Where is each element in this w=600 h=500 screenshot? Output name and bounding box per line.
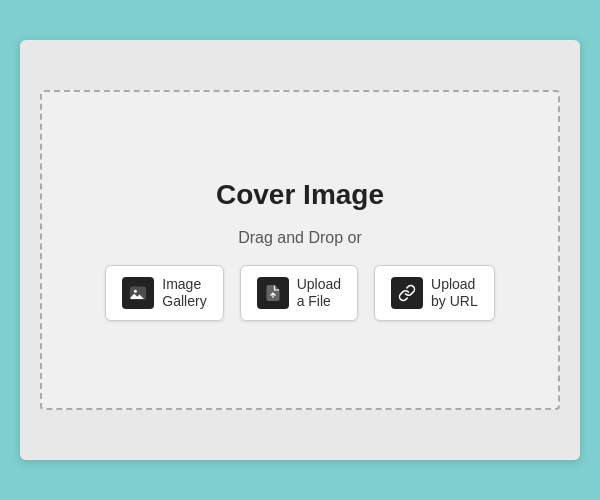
upload-url-icon bbox=[391, 277, 423, 309]
upload-file-icon bbox=[257, 277, 289, 309]
outer-frame: Cover Image Drag and Drop or Image Galle… bbox=[20, 40, 580, 460]
image-gallery-icon bbox=[122, 277, 154, 309]
upload-url-label: Upload by URL bbox=[431, 276, 478, 310]
upload-buttons-row: Image Gallery Upload a File bbox=[105, 265, 494, 321]
svg-point-1 bbox=[134, 290, 137, 293]
cover-image-title: Cover Image bbox=[216, 179, 384, 211]
drag-drop-text: Drag and Drop or bbox=[238, 229, 362, 247]
upload-file-button[interactable]: Upload a File bbox=[240, 265, 358, 321]
upload-url-button[interactable]: Upload by URL bbox=[374, 265, 495, 321]
upload-file-label: Upload a File bbox=[297, 276, 341, 310]
image-gallery-label: Image Gallery bbox=[162, 276, 206, 310]
image-gallery-button[interactable]: Image Gallery bbox=[105, 265, 223, 321]
drop-zone[interactable]: Cover Image Drag and Drop or Image Galle… bbox=[40, 90, 560, 410]
